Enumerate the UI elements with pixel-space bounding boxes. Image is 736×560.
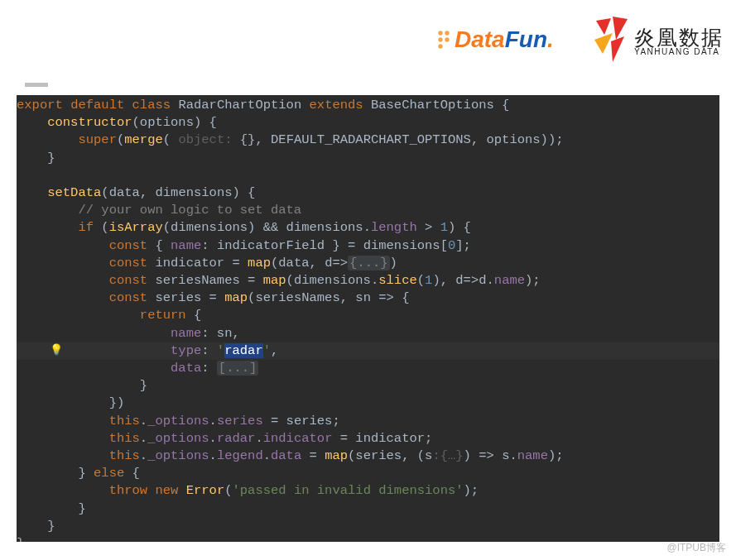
yanhuang-flame-icon — [588, 17, 629, 66]
yanhuang-logo: 炎凰数据 YANHUANG DATA — [588, 17, 724, 66]
svg-point-3 — [445, 37, 449, 41]
datafun-logo-part2: Fun — [505, 26, 547, 52]
tab-indicator[interactable] — [25, 83, 48, 87]
svg-marker-6 — [613, 17, 628, 40]
watermark: @ITPUB博客 — [666, 541, 726, 555]
svg-point-2 — [438, 37, 442, 41]
lightbulb-icon[interactable]: 💡 — [50, 342, 60, 352]
yanhuang-logo-cn: 炎凰数据 — [634, 26, 724, 48]
page-header: DataFun. 炎凰数据 YANHUANG DATA — [0, 0, 736, 95]
svg-point-0 — [438, 31, 442, 35]
svg-marker-8 — [611, 36, 624, 62]
datafun-logo-part1: Data — [455, 26, 505, 52]
svg-point-4 — [438, 44, 442, 48]
datafun-logo-dot: . — [547, 26, 554, 52]
svg-marker-5 — [596, 18, 611, 35]
svg-point-1 — [445, 31, 449, 35]
code-content: export default class RadarChartOption ex… — [17, 95, 719, 542]
svg-marker-7 — [594, 33, 613, 54]
datafun-logo: DataFun. — [437, 26, 554, 53]
datafun-dots-icon — [437, 28, 452, 50]
code-editor[interactable]: 💡 export default class RadarChartOption … — [17, 95, 719, 542]
yanhuang-logo-en: YANHUANG DATA — [634, 48, 724, 57]
